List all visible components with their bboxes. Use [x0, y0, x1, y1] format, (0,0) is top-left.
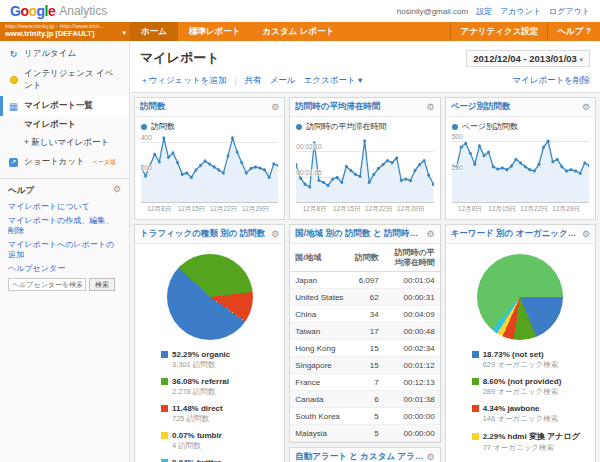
widget-title: ページ別訪問数 [451, 101, 511, 113]
table-cell: 34 [349, 306, 383, 323]
widget-title: キーワード 別の オーガニック検索 [451, 228, 582, 240]
export-button[interactable]: エクスポート ▾ [304, 75, 363, 87]
account-selector[interactable]: http://www.trinity.jp - http://www.trini… [0, 22, 130, 41]
legend-label: 8.60% (not provided) [483, 377, 562, 386]
help-search-button[interactable]: 検索 [89, 278, 115, 291]
gear-icon[interactable]: ⚙ [582, 103, 590, 112]
legend-count: 725 訪問数 [172, 414, 280, 424]
help-link-edit[interactable]: マイレポートの作成、編集、削除 [8, 216, 121, 236]
keyword-pie-chart[interactable] [477, 254, 563, 340]
ga-dashboard: Google Analytics hosinily@gmail.com 設定 ア… [0, 0, 600, 462]
tab-custom-reports[interactable]: カスタム レポート [252, 22, 346, 41]
legend-swatch [161, 378, 168, 385]
x-axis: 12月8日12月15日12月22日12月29日 [296, 204, 433, 214]
y-tick-label: 00:02:10 [296, 143, 321, 150]
column-1: 訪問数 ⚙ 訪問数 400200 12月8日12月15日12月22日12月29日 [134, 97, 285, 462]
widget-pageviews: ページ別訪問数 ⚙ ページ別訪問数 500250 12月8日12月15日12月2… [445, 97, 596, 220]
add-widget-button[interactable]: ＋ウィジェットを追加 [140, 75, 226, 87]
legend-label: 11.48% direct [172, 404, 223, 413]
tab-standard-reports[interactable]: 標準レポート [178, 22, 252, 41]
legend-label: 0.07% tumblr [172, 431, 222, 440]
help-title: ヘルプ [8, 185, 34, 197]
table-cell: 00:01:38 [384, 391, 440, 408]
x-tick-label: 12月15日 [178, 205, 205, 214]
line-chart-svg [452, 135, 589, 202]
help-nav[interactable]: ヘルプ ? [547, 22, 600, 41]
y-tick-label: 200 [141, 164, 152, 171]
table-cell: 6 [349, 391, 383, 408]
tab-home[interactable]: ホーム [130, 22, 178, 41]
pie-legend-item: 8.60% (not provided)289 オーガニック検索 [472, 377, 591, 397]
gear-icon[interactable]: ⚙ [427, 453, 435, 462]
logout-link[interactable]: ログアウト [549, 6, 590, 17]
sidebar-subitem-new-report[interactable]: + 新しいマイレポート [0, 134, 129, 152]
topbar: Google Analytics hosinily@gmail.com 設定 ア… [0, 0, 600, 22]
sidebar-subitem-my-report[interactable]: マイレポート [0, 116, 129, 134]
sidebar-item-label: マイレポート一覧 [24, 100, 93, 112]
y-tick-label: 500 [452, 133, 463, 140]
account-profile: www.trinity.jp [DEFAULT] [5, 29, 116, 38]
legend-swatch [161, 405, 168, 412]
date-range-selector[interactable]: 2012/12/04 - 2013/01/03 ▾ [466, 50, 590, 67]
legend-label: 4.34% jawbone [483, 404, 540, 413]
settings-link[interactable]: 設定 [476, 6, 492, 17]
x-tick-label: 12月29日 [552, 205, 579, 214]
pie-legend-item: 0.04% twitter3 訪問数 [161, 458, 280, 462]
line-chart[interactable]: 500250 [452, 135, 589, 203]
help-link-center[interactable]: ヘルプセンター [8, 264, 121, 274]
column-3: ページ別訪問数 ⚙ ページ別訪問数 500250 12月8日12月15日12月2… [445, 97, 596, 462]
delete-dashboard-button[interactable]: マイレポートを削除 [512, 75, 590, 87]
table-row: France700:12:13 [290, 374, 439, 391]
pie-legend: 52.29% organic3,301 訪問数36.08% referral2,… [135, 350, 284, 462]
gear-icon[interactable]: ⚙ [271, 103, 279, 112]
gear-icon[interactable]: ⚙ [582, 230, 590, 239]
sidebar-item-realtime[interactable]: ↻ リアルタイム [0, 44, 129, 64]
gear-icon[interactable]: ⚙ [427, 230, 435, 239]
table-row: Taiwan1700:00:48 [290, 323, 439, 340]
line-chart[interactable]: 00:02:1000:01:05 [296, 135, 433, 203]
divider: | [234, 76, 236, 86]
email-button[interactable]: メール [270, 75, 296, 87]
sidebar-item-dashboards[interactable]: ▦ マイレポート一覧 [0, 96, 129, 116]
line-chart[interactable]: 400200 [141, 135, 278, 203]
x-tick-label: 12月29日 [242, 205, 269, 214]
x-tick-label: 12月8日 [458, 205, 482, 214]
table-row: China3400:04:09 [290, 306, 439, 323]
x-axis: 12月8日12月15日12月22日12月29日 [141, 204, 278, 214]
account-link[interactable]: アカウント [500, 6, 541, 17]
table-cell: 7 [349, 374, 383, 391]
gear-icon[interactable]: ⚙ [271, 230, 279, 239]
x-tick-label: 12月8日 [303, 205, 327, 214]
beta-badge: ベータ版 [92, 158, 116, 167]
table-cell: 15 [349, 357, 383, 374]
gear-icon[interactable]: ⚙ [427, 103, 435, 112]
widget-title: 自動アラート と カスタム アラート [295, 451, 426, 462]
legend-swatch [161, 351, 168, 358]
table-cell: 00:04:09 [384, 306, 440, 323]
legend-swatch [472, 433, 479, 440]
sidebar-item-intelligence[interactable]: インテリジェンス イベント [0, 64, 129, 96]
legend-label: 2.29% hdmi 変換 アナログ [483, 431, 580, 442]
table-cell: 62 [349, 289, 383, 306]
gear-icon[interactable]: ⚙ [113, 185, 121, 197]
y-tick-label: 400 [141, 134, 152, 141]
traffic-pie-chart[interactable] [167, 254, 253, 340]
column-header: 国/地域 [290, 244, 349, 272]
help-search-input[interactable] [8, 278, 86, 291]
help-link-add[interactable]: マイレポートへのレポートの追加 [8, 240, 121, 260]
legend-count: 629 オーガニック検索 [483, 360, 591, 370]
legend-count: 4 訪問数 [172, 441, 280, 451]
y-tick-label: 00:01:05 [296, 169, 321, 176]
legend-dot [141, 124, 147, 130]
sidebar-item-shortcuts[interactable]: ↗ ショートカット ベータ版 [0, 152, 129, 172]
table-row: Singapore1500:01:12 [290, 357, 439, 374]
widget-visits: 訪問数 ⚙ 訪問数 400200 12月8日12月15日12月22日12月29日 [134, 97, 285, 220]
analytics-settings[interactable]: アナリティクス設定 [450, 22, 547, 41]
legend-count: 146 オーガニック検索 [483, 414, 591, 424]
help-link-about[interactable]: マイレポートについて [8, 202, 121, 212]
table-row: South Korea500:00:00 [290, 408, 439, 425]
widget-keywords: キーワード 別の オーガニック検索 ⚙ 18.73% (not set)629 … [445, 224, 596, 462]
help-panel: ヘルプ ⚙ マイレポートについて マイレポートの作成、編集、削除 マイレポートへ… [0, 178, 129, 297]
share-button[interactable]: 共有 [245, 75, 262, 87]
pie-legend-item: 2.29% hdmi 変換 アナログ77 オーガニック検索 [472, 431, 591, 453]
